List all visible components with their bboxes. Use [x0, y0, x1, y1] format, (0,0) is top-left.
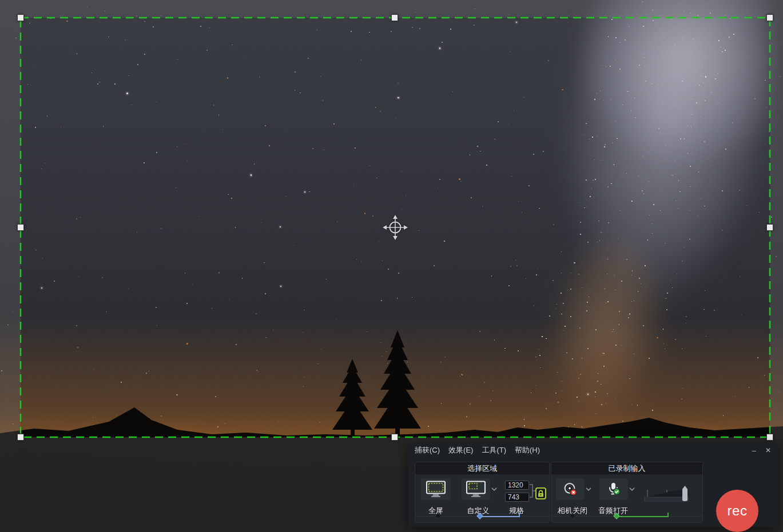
resize-handle-top-left[interactable] [17, 14, 24, 21]
menu-tools[interactable]: 工具(T) [482, 445, 506, 455]
record-button[interactable]: rec [716, 490, 758, 532]
resize-handle-left-middle[interactable] [17, 224, 24, 231]
custom-indicator-diamond [476, 513, 483, 519]
sunset-glow-left [0, 377, 355, 469]
monitor-custom-region-icon [466, 481, 486, 498]
camera-dropdown[interactable] [585, 478, 593, 500]
close-button[interactable]: ✕ [765, 447, 771, 454]
audio-dropdown[interactable] [628, 478, 636, 500]
recorded-inputs-group: 已录制输入 [551, 462, 703, 523]
resize-handle-right-middle[interactable] [766, 224, 773, 231]
move-crosshair-icon[interactable] [381, 214, 409, 241]
custom-indicator-trace [480, 516, 520, 517]
monitor-fullscreen-icon [426, 481, 446, 498]
fullscreen-indicator-diamond [435, 513, 441, 519]
custom-region-button[interactable] [462, 478, 490, 500]
audio-level-slider-handle[interactable] [682, 486, 687, 501]
resize-handle-bottom-center[interactable] [391, 434, 398, 441]
aspect-lock-button[interactable] [535, 487, 546, 499]
resize-handle-bottom-left[interactable] [17, 434, 24, 441]
webcam-off-icon [563, 482, 578, 497]
menu-capture[interactable]: 捕获(C) [415, 445, 440, 455]
custom-region-dropdown[interactable] [490, 478, 498, 500]
capture-height-input[interactable] [505, 493, 529, 502]
menu-bar: 捕获(C) 效果(E) 工具(T) 帮助(H) – ✕ [408, 443, 778, 458]
select-area-indicator-track [415, 513, 549, 519]
chevron-down-icon [491, 487, 497, 491]
menu-effects[interactable]: 效果(E) [448, 445, 473, 455]
audio-indicator-diamond [613, 513, 619, 519]
audio-toggle-button[interactable] [599, 478, 628, 500]
select-area-group: 选择区域 [415, 462, 550, 523]
resize-handle-top-right[interactable] [766, 14, 773, 21]
select-area-title: 选择区域 [415, 462, 549, 474]
resize-handle-top-center[interactable] [391, 14, 398, 21]
dimension-link-lines [530, 479, 535, 502]
recorder-panel: 捕获(C) 效果(E) 工具(T) 帮助(H) – ✕ 选择区域 [408, 443, 778, 527]
desktop-screenshot: 捕获(C) 效果(E) 工具(T) 帮助(H) – ✕ 选择区域 [0, 0, 783, 532]
aspect-lock-icon [537, 490, 544, 497]
microphone-on-icon [606, 482, 621, 497]
chevron-down-icon [586, 487, 591, 491]
audio-level-meter [643, 483, 691, 503]
audio-indicator-trace [617, 516, 669, 517]
fullscreen-button[interactable] [421, 478, 451, 500]
menu-help[interactable]: 帮助(H) [515, 445, 540, 455]
minimize-button[interactable]: – [752, 447, 756, 454]
recorded-inputs-indicator-track [551, 513, 702, 519]
capture-width-input[interactable] [505, 481, 529, 490]
recorded-inputs-title: 已录制输入 [551, 462, 702, 474]
camera-indicator-diamond [569, 513, 575, 519]
chevron-down-icon [629, 487, 635, 491]
milky-way-bright-core [578, 0, 772, 171]
resize-handle-bottom-right[interactable] [766, 434, 773, 441]
camera-toggle-button[interactable] [556, 478, 585, 500]
